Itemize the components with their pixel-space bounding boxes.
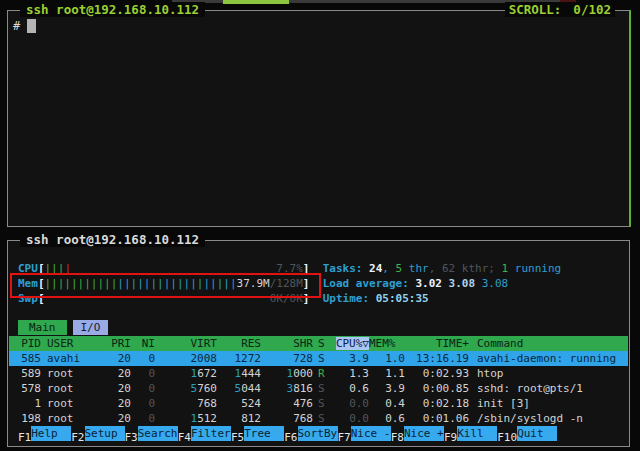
fn-f2-setup[interactable]: F2Setup (71, 426, 124, 441)
process-table: PIDUSERPRINIVIRTRESSHRSCPU%▽MEM%TIME+Com… (9, 336, 628, 426)
fn-action-label: Kill (457, 426, 497, 441)
pane-top-ssh[interactable]: ssh root@192.168.10.112 SCROLL:0/102 # (7, 10, 631, 227)
pane-bottom-ssh[interactable]: ssh root@192.168.10.112 CPU[|||| 7.7%] T… (7, 240, 630, 447)
column-header-ni[interactable]: NI (131, 336, 155, 351)
process-row[interactable]: 589root200167214441000R1.31.10:02.93htop (9, 366, 628, 381)
sort-column-indicator: CPU%▽ (336, 337, 369, 350)
fn-key-label: F7 (338, 431, 351, 444)
prompt-symbol: # (13, 19, 20, 33)
function-key-bar: F1HelpF2SetupF3SearchF4FilterF5TreeF6Sor… (18, 426, 625, 441)
scroll-label: SCROLL: (509, 2, 562, 17)
fn-f6-sortby[interactable]: F6SortBy (284, 426, 337, 441)
process-row-selected[interactable]: 585avahi20020081272728S3.91.013:16.19ava… (9, 351, 628, 366)
column-header-pid[interactable]: PID (9, 336, 41, 351)
fn-key-label: F10 (497, 431, 517, 444)
fn-key-label: F4 (178, 431, 191, 444)
fn-action-label: Nice + (404, 426, 444, 441)
fn-action-label: Help (31, 426, 71, 441)
scroll-value: 0/102 (573, 2, 611, 17)
tab-main[interactable]: Main (18, 320, 67, 335)
pane-title-bottom: ssh root@192.168.10.112 (20, 232, 205, 247)
fn-key-label: F8 (391, 431, 404, 444)
fn-f3-search[interactable]: F3Search (125, 426, 178, 441)
fn-key-label: F5 (231, 431, 244, 444)
annotation-highlight-box (10, 273, 321, 298)
fn-f4-filter[interactable]: F4Filter (178, 426, 231, 441)
fn-f10-quit[interactable]: F10Quit (497, 426, 557, 441)
fn-action-label: Tree (244, 426, 284, 441)
fn-key-label: F1 (18, 431, 31, 444)
column-header-command[interactable]: Command (469, 336, 628, 351)
fn-key-label: F9 (444, 431, 457, 444)
process-row[interactable]: 1root200768524476S0.00.40:02.18init [3] (9, 396, 628, 411)
fn-action-label: Quit (517, 426, 557, 441)
fn-action-label: SortBy (298, 426, 338, 441)
column-header-cpu[interactable]: CPU%▽ (329, 336, 369, 351)
table-header-row: PIDUSERPRINIVIRTRESSHRSCPU%▽MEM%TIME+Com… (9, 336, 628, 351)
fn-action-label: Search (138, 426, 178, 441)
column-header-res[interactable]: RES (217, 336, 261, 351)
fn-f1-help[interactable]: F1Help (18, 426, 71, 441)
shell-prompt[interactable]: # (13, 19, 36, 33)
fn-f8-nice-[interactable]: F8Nice + (391, 426, 444, 441)
process-row[interactable]: 198root2001512812768S0.00.60:01.06/sbin/… (9, 411, 628, 426)
text-cursor (27, 19, 36, 33)
column-header-time[interactable]: TIME+ (405, 336, 469, 351)
column-header-shr[interactable]: SHR (261, 336, 313, 351)
fn-action-label: Setup (85, 426, 125, 441)
fn-f5-tree[interactable]: F5Tree (231, 426, 284, 441)
fn-action-label: Nice - (351, 426, 391, 441)
fn-key-label: F2 (71, 431, 84, 444)
htop-tab-bar: MainI/O (18, 320, 114, 335)
terminal-screen: ssh root@192.168.10.112 SCROLL:0/102 # s… (0, 0, 640, 451)
column-header-user[interactable]: USER (41, 336, 107, 351)
scroll-indicator: SCROLL:0/102 (505, 2, 615, 17)
fn-key-label: F3 (125, 431, 138, 444)
column-header-virt[interactable]: VIRT (155, 336, 217, 351)
tab-i-o[interactable]: I/O (73, 320, 109, 335)
column-header-s[interactable]: S (313, 336, 329, 351)
fn-action-label: Filter (191, 426, 231, 441)
video-progress-bar (223, 0, 289, 4)
fn-key-label: F6 (284, 431, 297, 444)
fn-f7-nice-[interactable]: F7Nice - (338, 426, 391, 441)
pane-title-top: ssh root@192.168.10.112 (20, 2, 205, 17)
process-row[interactable]: 578root200576050443816S0.63.90:00.85sshd… (9, 381, 628, 396)
column-header-mem[interactable]: MEM% (369, 336, 405, 351)
column-header-pri[interactable]: PRI (107, 336, 131, 351)
fn-f9-kill[interactable]: F9Kill (444, 426, 497, 441)
